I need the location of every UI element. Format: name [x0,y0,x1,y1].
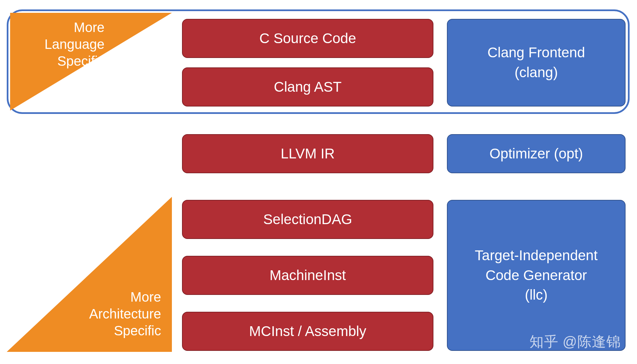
stage-clang-ast-label: Clang AST [274,79,342,95]
arch-line1: More [53,289,161,305]
phase-clang-frontend-label: Clang Frontend (clang) [487,43,585,83]
language-specific-label: More Language Specific [17,19,104,69]
stage-clang-ast: Clang AST [182,67,433,107]
phase-code-generator: Target-Independent Code Generator (llc) [447,200,626,351]
lang-line2: Language [17,36,104,53]
arch-line2: Architecture [53,305,161,322]
stage-c-source: C Source Code [182,19,433,58]
zhihu-watermark: 知乎 @陈逢锦 [529,332,621,351]
lang-line1: More [17,19,104,36]
stage-selection-dag-label: SelectionDAG [263,211,352,228]
stage-selection-dag: SelectionDAG [182,200,433,239]
phase-code-generator-label: Target-Independent Code Generator (llc) [475,246,598,305]
watermark-text: 知乎 @陈逢锦 [529,334,621,350]
stage-llvm-ir: LLVM IR [182,134,433,173]
stage-llvm-ir-label: LLVM IR [281,146,335,162]
stage-machine-inst: MachineInst [182,256,433,295]
lang-line3: Specific [17,53,104,69]
stage-machine-inst-label: MachineInst [270,267,346,283]
diagram-canvas: More Language Specific C Source Code Cla… [7,9,630,357]
phase-optimizer-label: Optimizer (opt) [489,144,583,164]
phase-optimizer: Optimizer (opt) [447,134,626,173]
architecture-specific-label: More Architecture Specific [53,289,161,339]
stage-c-source-label: C Source Code [259,30,356,47]
arch-line3: Specific [53,322,161,339]
phase-clang-frontend: Clang Frontend (clang) [447,19,626,107]
stage-mcinst-asm-label: MCInst / Assembly [249,323,366,339]
stage-mcinst-asm: MCInst / Assembly [182,312,433,351]
